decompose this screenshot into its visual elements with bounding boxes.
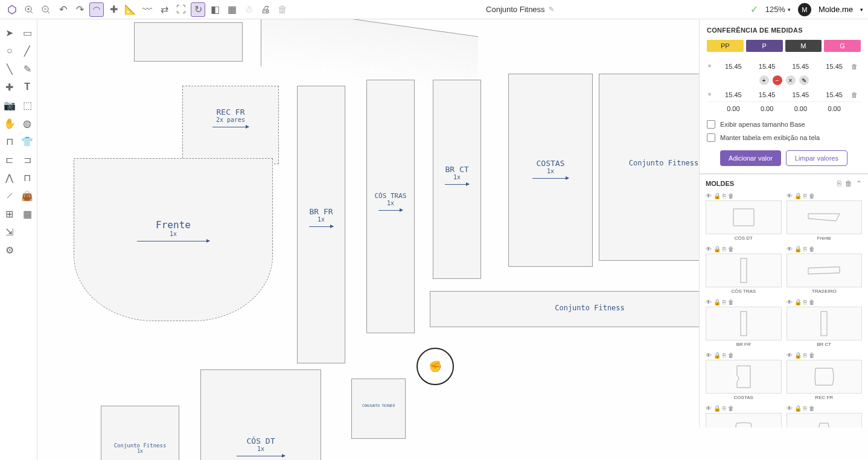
trash-icon[interactable]: 🗑 <box>809 193 815 199</box>
lock-icon[interactable]: 🔒 <box>794 352 802 359</box>
pointer-tool-icon[interactable]: ➤ <box>1 24 18 41</box>
notch-tool-icon[interactable]: ⊓ <box>1 133 18 150</box>
eye-icon[interactable]: 👁 <box>787 193 793 199</box>
copy-icon[interactable]: ⎘ <box>723 193 726 199</box>
grade-tool-icon[interactable]: ▦ <box>225 2 239 17</box>
measure-tool-icon[interactable]: ⟋ <box>1 187 18 204</box>
lock-icon[interactable]: 🔒 <box>794 405 802 412</box>
piece-br-fr[interactable]: BR FR 1x <box>297 86 345 363</box>
size-chip-pp[interactable]: PP <box>707 40 744 52</box>
pen-tool-icon[interactable]: ╲ <box>1 60 18 77</box>
molde-card[interactable]: 👁🔒⎘🗑 COSTAS <box>706 352 782 400</box>
logo-icon[interactable] <box>5 2 19 17</box>
grid-tool-icon[interactable]: ⊞ <box>1 205 18 222</box>
molde-card[interactable]: 👁🔒⎘🗑 Frente <box>787 193 863 241</box>
lock-icon[interactable]: 🔒 <box>713 299 721 305</box>
measurement-value[interactable]: 15.45 <box>750 63 784 70</box>
eye-icon[interactable]: 👁 <box>706 299 712 305</box>
molde-card[interactable]: 👁🔒⎘🗑 REC FR <box>787 352 863 400</box>
cancel-mini-icon[interactable]: × <box>786 75 796 85</box>
eye-icon[interactable]: 👁 <box>787 299 793 305</box>
remove-mini-icon[interactable]: − <box>773 75 782 85</box>
copy-icon[interactable]: ⎘ <box>803 299 807 305</box>
measurement-value[interactable]: 15.45 <box>784 63 818 70</box>
collar-tool-icon[interactable]: ⊓ <box>19 169 36 186</box>
clear-values-button[interactable]: Limpar valores <box>786 150 847 166</box>
ghost-tool-icon[interactable]: ☃ <box>241 2 256 17</box>
trash-icon[interactable]: 🗑 <box>809 352 815 359</box>
piece-frente[interactable]: Frente 1x <box>74 158 273 321</box>
molde-card[interactable]: 👁🔒⎘🗑 BR FR <box>706 299 782 347</box>
zoom-in-icon[interactable] <box>22 2 36 17</box>
camera-tool-icon[interactable]: 📷 <box>1 97 18 113</box>
dart-tool-icon[interactable]: ⋀ <box>1 169 18 186</box>
link-icon[interactable]: ⚬ <box>707 62 716 70</box>
curve-tool-icon[interactable]: 〰 <box>140 2 155 17</box>
line-tool-icon[interactable]: ╱ <box>19 42 36 59</box>
trash-icon[interactable]: 🗑 <box>809 246 815 252</box>
molde-card[interactable]: 👁🔒⎘🗑 BR CT <box>787 299 863 347</box>
pan-tool-icon[interactable] <box>89 2 104 17</box>
piece-cos-dt[interactable]: CÓS DT 1x <box>200 369 321 460</box>
undo-icon[interactable]: ↶ <box>56 2 70 17</box>
piece-fragment-top[interactable] <box>134 22 243 62</box>
seam-tool-icon[interactable]: ⇄ <box>157 2 171 17</box>
eye-icon[interactable]: 👁 <box>787 246 793 252</box>
add-value-button[interactable]: Adicionar valor <box>720 150 781 166</box>
ruler-tool-icon[interactable]: 📐 <box>123 2 138 17</box>
copy-icon[interactable]: ⎘ <box>803 405 807 412</box>
layers-tool-icon[interactable]: ▦ <box>19 205 36 222</box>
piece-cos-tras[interactable]: CÓS TRAS 1x <box>366 80 415 333</box>
measurement-value[interactable]: 15.45 <box>817 91 851 98</box>
mirror-tool-icon[interactable]: ◧ <box>208 2 222 17</box>
user-name[interactable]: Molde.me <box>819 5 853 14</box>
size-chip-p[interactable]: P <box>746 40 783 52</box>
copy-icon[interactable]: ⎘ <box>803 246 807 252</box>
add-mini-icon[interactable]: + <box>759 75 769 85</box>
text-tool-icon[interactable]: T <box>19 78 36 95</box>
moldes-collapse-icon[interactable]: ⌃ <box>856 179 862 188</box>
measurement-value[interactable]: 15.45 <box>716 63 750 70</box>
add-point-tool-icon[interactable]: ✚ <box>1 78 18 95</box>
eye-icon[interactable]: 👁 <box>787 405 793 412</box>
measurement-value[interactable]: 15.45 <box>750 91 784 98</box>
sleeve-tool-icon[interactable]: ⊏ <box>1 151 18 168</box>
eye-icon[interactable]: 👁 <box>706 246 712 252</box>
refresh-tool-icon[interactable]: ↻ <box>191 2 205 17</box>
molde-card[interactable]: 👁🔒⎘🗑 TRASEIRO <box>787 246 863 294</box>
settings-tool-icon[interactable]: ⚙ <box>1 241 18 258</box>
piece-small-info[interactable]: CONJUNTO TEXNEO <box>351 379 406 439</box>
size-chip-g[interactable]: G <box>824 40 861 52</box>
checkbox-keep-table[interactable]: Manter tabela em exibição na tela <box>707 133 861 142</box>
trash-icon[interactable]: 🗑 <box>728 299 734 305</box>
trash-icon[interactable]: 🗑 <box>728 193 734 199</box>
eye-icon[interactable]: 👁 <box>706 405 712 412</box>
molde-card[interactable]: 👁🔒⎘🗑 CÓS TRAS <box>706 246 782 294</box>
shape-tool-icon[interactable]: ⬚ <box>19 97 36 113</box>
piece-rec-fr[interactable]: REC FR 2x pares <box>182 86 279 164</box>
crosshair-tool-icon[interactable]: ✚ <box>106 2 121 17</box>
delete-row-icon[interactable]: 🗑 <box>851 91 861 98</box>
delete-row-icon[interactable]: 🗑 <box>851 63 861 70</box>
link-icon[interactable]: ⚬ <box>707 91 716 98</box>
edit-mini-icon[interactable]: ✎ <box>799 75 809 85</box>
check-icon[interactable]: ✓ <box>750 4 758 15</box>
copy-icon[interactable]: ⎘ <box>723 405 726 412</box>
user-chevron-down-icon[interactable]: ▾ <box>860 7 863 13</box>
trash-icon[interactable]: 🗑 <box>809 405 815 412</box>
selection-tool-icon[interactable]: ⛶ <box>174 2 188 17</box>
moldes-copy-icon[interactable]: ⎘ <box>837 179 841 188</box>
measurement-value[interactable]: 15.45 <box>817 63 851 70</box>
eye-icon[interactable]: 👁 <box>706 352 712 359</box>
zoom-indicator[interactable]: 125% ▾ <box>765 5 791 14</box>
pocket-tool-icon[interactable]: ⊐ <box>19 151 36 168</box>
molde-card[interactable]: 👁🔒⎘🗑 <box>706 405 782 427</box>
trash-icon[interactable]: 🗑 <box>728 405 734 412</box>
copy-icon[interactable]: ⎘ <box>803 193 807 199</box>
shirt-tool-icon[interactable]: 👕 <box>19 133 36 150</box>
piece-costas[interactable]: COSTAS 1x <box>508 74 593 267</box>
molde-card[interactable]: 👁🔒⎘🗑 CÓS DT <box>706 193 782 241</box>
copy-icon[interactable]: ⎘ <box>723 246 726 252</box>
trash-icon[interactable]: 🗑 <box>728 352 734 359</box>
redo-icon[interactable]: ↷ <box>72 2 87 17</box>
